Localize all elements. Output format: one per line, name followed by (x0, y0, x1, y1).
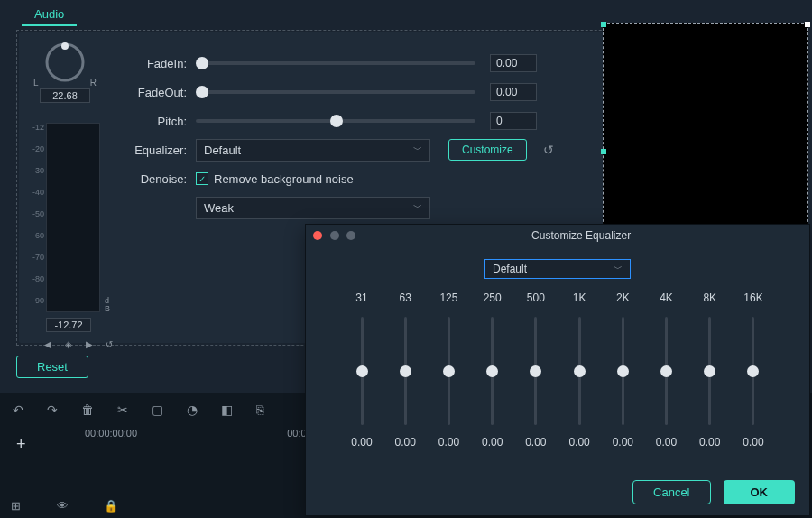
pan-l-label: L (33, 78, 39, 88)
svg-point-1 (61, 42, 69, 50)
tab-audio[interactable]: Audio (22, 5, 77, 26)
eq-freq-label: 2K (604, 291, 641, 304)
export-icon[interactable]: ⎘ (256, 402, 263, 417)
eq-bands: 310.00630.001250.002500.005000.001K0.002… (306, 279, 809, 449)
fadeout-label: FadeOut: (118, 86, 196, 99)
pan-value[interactable]: 22.68 (40, 88, 90, 103)
level-meter: dB (46, 123, 100, 312)
timeline-ruler[interactable]: 00:00:00:00 00:00 (85, 428, 312, 439)
add-track-button[interactable]: + (16, 435, 26, 454)
eq-band-slider[interactable] (708, 317, 711, 425)
eq-band: 2500.00 (475, 291, 511, 449)
minimize-icon[interactable] (330, 231, 339, 240)
color-icon[interactable]: ◧ (221, 402, 233, 417)
denoise-checkbox-label: Remove background noise (214, 172, 354, 186)
eq-band-value: 0.00 (649, 436, 685, 449)
dial-knob-icon (42, 40, 88, 85)
eq-band-value: 0.00 (735, 436, 771, 449)
eq-freq-label: 16K (735, 291, 771, 304)
dialog-title: Customize Equalizer (360, 229, 802, 242)
denoise-strength-select[interactable]: Weak ﹀ (196, 197, 430, 219)
eq-band-value: 0.00 (344, 436, 380, 449)
equalizer-select[interactable]: Default ﹀ (196, 139, 430, 162)
trash-icon[interactable]: 🗑 (81, 402, 94, 417)
maximize-icon[interactable] (346, 231, 355, 240)
eq-band: 1250.00 (430, 291, 466, 449)
eq-freq-label: 500 (518, 291, 554, 304)
chevron-down-icon: ﹀ (413, 143, 422, 156)
meter-scale: -12 -20 -30 -40 -50 -60 -70 -80 -90 (24, 123, 44, 312)
equalizer-label: Equalizer: (118, 143, 196, 157)
eq-band-slider[interactable] (752, 317, 754, 425)
pitch-slider[interactable] (196, 119, 475, 123)
meter-value[interactable]: -12.72 (46, 318, 91, 332)
eq-band-slider[interactable] (665, 317, 668, 425)
eq-freq-label: 250 (475, 291, 511, 304)
eq-band-value: 0.00 (475, 436, 511, 449)
reset-button[interactable]: Reset (16, 356, 88, 378)
close-icon[interactable] (313, 231, 322, 240)
speed-icon[interactable]: ◔ (187, 402, 198, 417)
redo-icon[interactable]: ↷ (47, 402, 58, 417)
meter-transport-icons[interactable]: ◀ ◈ ▶ ↺ (44, 339, 118, 349)
denoise-checkbox[interactable]: ✓ (196, 172, 208, 185)
eq-band: 5000.00 (518, 291, 554, 449)
customize-button[interactable]: Customize (448, 139, 527, 161)
undo-icon[interactable]: ↶ (13, 402, 23, 417)
eye-icon[interactable]: 👁 (57, 499, 85, 513)
eq-band-value: 0.00 (561, 436, 597, 449)
fadein-value[interactable]: 0.00 (490, 54, 537, 72)
eq-band-slider[interactable] (361, 317, 364, 425)
eq-band: 4K0.00 (649, 291, 685, 449)
eq-band-slider[interactable] (534, 317, 537, 425)
eq-freq-label: 1K (561, 291, 597, 304)
eq-band: 2K0.00 (604, 291, 641, 449)
denoise-label: Denoise: (118, 172, 196, 186)
eq-freq-label: 4K (649, 291, 685, 304)
chevron-down-icon: ﹀ (614, 263, 623, 275)
eq-preset-select[interactable]: Default ﹀ (484, 259, 631, 279)
customize-equalizer-dialog: Customize Equalizer Default ﹀ 310.00630.… (305, 224, 810, 516)
eq-band: 8K0.00 (692, 291, 728, 449)
pan-dial[interactable]: L R 22.68 (26, 40, 104, 103)
undo-icon[interactable]: ↺ (543, 143, 554, 157)
eq-band-slider[interactable] (622, 317, 624, 425)
eq-band: 16K0.00 (735, 291, 771, 449)
eq-band: 1K0.00 (561, 291, 597, 449)
preview-viewport[interactable] (603, 23, 808, 231)
fadeout-value[interactable]: 0.00 (490, 83, 537, 101)
lock-icon[interactable]: 🔒 (104, 499, 134, 513)
eq-band-value: 0.00 (387, 436, 423, 449)
chevron-down-icon: ﹀ (413, 201, 422, 214)
fadein-label: FadeIn: (118, 57, 196, 70)
eq-freq-label: 8K (692, 291, 728, 304)
ok-button[interactable]: OK (724, 480, 796, 504)
eq-band-value: 0.00 (692, 436, 728, 449)
eq-band-value: 0.00 (518, 436, 554, 449)
eq-freq-label: 31 (344, 291, 380, 304)
pitch-value[interactable]: 0 (490, 112, 537, 130)
eq-band-value: 0.00 (604, 436, 641, 449)
eq-band-slider[interactable] (404, 317, 407, 425)
crop-icon[interactable]: ▢ (152, 402, 163, 417)
cut-icon[interactable]: ✂ (117, 402, 128, 417)
eq-band-value: 0.00 (430, 436, 466, 449)
fadeout-slider[interactable] (196, 90, 475, 94)
eq-band-slider[interactable] (578, 317, 581, 425)
eq-band-slider[interactable] (491, 317, 494, 425)
eq-freq-label: 125 (430, 291, 466, 304)
cancel-button[interactable]: Cancel (632, 480, 710, 504)
pitch-label: Pitch: (118, 115, 196, 128)
grid-icon[interactable]: ⊞ (11, 499, 37, 513)
eq-band: 630.00 (387, 291, 423, 449)
eq-band: 310.00 (344, 291, 380, 449)
eq-freq-label: 63 (387, 291, 423, 304)
pan-r-label: R (90, 78, 97, 88)
fadein-slider[interactable] (196, 61, 475, 65)
eq-band-slider[interactable] (448, 317, 450, 425)
